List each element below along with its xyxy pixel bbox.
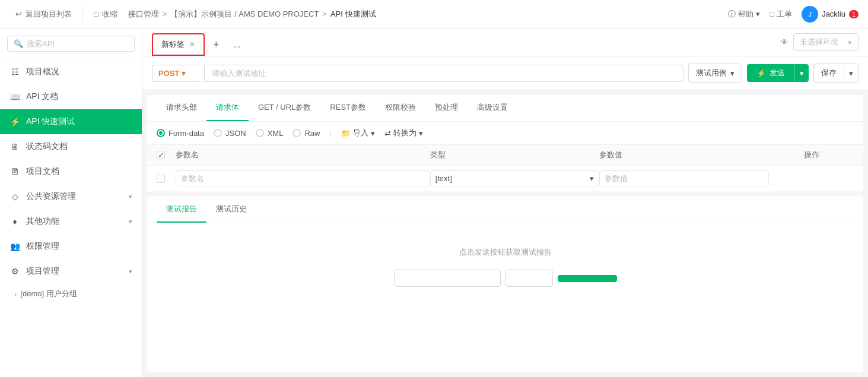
type-select[interactable]: [text] [430, 170, 600, 186]
top-divider [82, 7, 83, 21]
convert-icon: ⇄ [384, 129, 391, 138]
sidebar-item-label: 项目文档 [26, 166, 132, 177]
tab-advanced-label: 高级设置 [477, 103, 508, 112]
tab-close-icon[interactable]: ✕ [189, 40, 195, 49]
method-label: POST [158, 69, 179, 78]
radio-xml[interactable]: XML [256, 129, 284, 138]
send-dropdown-button[interactable] [794, 64, 809, 82]
top-right-actions: ⓘ 帮助 □ 工单 J Jackliu 1 [728, 6, 859, 23]
workorder-icon: □ [770, 9, 774, 18]
radio-dot-xml [256, 129, 264, 137]
tab-more-button[interactable]: ··· [228, 37, 247, 56]
tab-item-new[interactable]: 新标签 ✕ [152, 33, 205, 56]
collapse-button[interactable]: □ 收缩 [88, 5, 123, 23]
convert-chevron-icon [419, 129, 423, 138]
test-case-button[interactable]: 测试用例 [688, 64, 742, 83]
help-button[interactable]: ⓘ 帮助 [728, 9, 760, 20]
tab-auth[interactable]: 权限校验 [376, 95, 425, 121]
import-button[interactable]: 📁 导入 [341, 128, 375, 138]
env-select[interactable]: 未选择环境 [793, 33, 859, 51]
team-icon: 👥 [9, 241, 20, 252]
sidebar-item-permission[interactable]: 👥 权限管理 [0, 234, 142, 259]
sidebar-item-status-docs[interactable]: 🗎 状态码文档 [0, 134, 142, 159]
radio-label-json: JSON [225, 129, 246, 138]
report-input-2[interactable] [505, 270, 553, 287]
sidebar-item-project-docs[interactable]: 🖹 项目文档 [0, 159, 142, 184]
tab-rest-label: REST参数 [330, 103, 366, 112]
send-icon: ⚡ [756, 69, 766, 78]
eye-icon[interactable]: 👁 [780, 37, 788, 47]
send-button[interactable]: ⚡ 发送 [747, 64, 794, 82]
tab-preprocessor[interactable]: 预处理 [425, 95, 468, 121]
sidebar-item-public-resources[interactable]: ◇ 公共资源管理 [0, 184, 142, 209]
sidebar-item-project-mgmt[interactable]: ⚙ 项目管理 [0, 259, 142, 284]
convert-button[interactable]: ⇄ 转换为 [384, 128, 423, 138]
row-checkbox[interactable] [157, 175, 165, 183]
help-label: 帮助 [738, 9, 753, 20]
save-dropdown-icon [849, 69, 853, 78]
td-param-type: [text] [430, 170, 600, 186]
sidebar-item-api-docs[interactable]: 📖 API 文档 [0, 84, 142, 109]
sidebar-item-label: API 快速测试 [26, 116, 132, 127]
url-input[interactable] [204, 65, 683, 82]
param-value-input[interactable] [599, 170, 769, 186]
tab-url-params[interactable]: GET / URL参数 [249, 95, 320, 121]
send-label: 发送 [770, 68, 785, 78]
save-dropdown-button[interactable] [844, 64, 859, 83]
tab-test-report[interactable]: 测试报告 [157, 197, 206, 223]
th-check: ✓ [157, 151, 176, 159]
env-selector-area: 👁 未选择环境 [780, 33, 859, 51]
tab-rest-params[interactable]: REST参数 [320, 95, 376, 121]
notification-badge: 1 [849, 10, 859, 18]
env-select-label: 未选择环境 [800, 37, 838, 47]
search-input[interactable] [27, 39, 128, 48]
method-select[interactable]: POST [152, 65, 199, 82]
body-divider: | [329, 129, 331, 138]
tab-preprocessor-label: 预处理 [435, 103, 458, 112]
type-chevron-icon [590, 174, 594, 183]
sidebar-item-label: 项目概况 [26, 66, 132, 77]
sidebar-item-label: 其他功能 [26, 216, 123, 227]
td-param-name [176, 170, 430, 186]
back-button[interactable]: ↩ 返回项目列表 [9, 5, 78, 23]
tab-test-history[interactable]: 测试历史 [206, 197, 256, 223]
tab-body-label: 请求体 [216, 103, 239, 112]
type-select-value: [text] [435, 174, 452, 183]
expand-icon [129, 193, 132, 201]
report-send-button[interactable] [558, 275, 617, 282]
main-area: 🔍 ☷ 项目概况 📖 API 文档 ⚡ API 快速测试 🗎 [0, 28, 868, 377]
sidebar-search-area: 🔍 [0, 28, 142, 59]
tab-add-button[interactable]: + [207, 34, 225, 56]
group-item[interactable]: › [demo] 用户分组 [0, 284, 142, 304]
import-label: 导入 [353, 128, 368, 138]
group-item-label: [demo] 用户分组 [20, 289, 77, 299]
tab-request-body[interactable]: 请求体 [206, 95, 249, 121]
sidebar-item-api-test[interactable]: ⚡ API 快速测试 [0, 109, 142, 134]
tab-request-headers[interactable]: 请求头部 [157, 95, 206, 121]
radio-form-data[interactable]: Form-data [157, 129, 204, 138]
radio-raw[interactable]: Raw [292, 129, 320, 138]
back-icon: ↩ [15, 9, 22, 18]
td-param-value [599, 170, 769, 186]
breadcrumb-item1: 接口管理 [128, 9, 159, 20]
file-text-icon: 🖹 [9, 166, 20, 177]
save-button[interactable]: 保存 [813, 64, 844, 83]
radio-json[interactable]: JSON [214, 129, 246, 138]
report-input-1[interactable] [394, 270, 501, 287]
workorder-button[interactable]: □ 工单 [770, 9, 792, 20]
header-checkbox[interactable]: ✓ [157, 151, 165, 159]
content-area: 新标签 ✕ + ··· 👁 未选择环境 POST [142, 28, 868, 377]
params-section: 请求头部 请求体 GET / URL参数 REST参数 权限校验 [147, 95, 863, 192]
param-name-input[interactable] [176, 170, 430, 186]
sidebar-nav: ☷ 项目概况 📖 API 文档 ⚡ API 快速测试 🗎 状态码文档 🖹 [0, 59, 142, 377]
table-header: ✓ 参数名 类型 参数值 操作 [147, 145, 863, 166]
th-param-type: 类型 [430, 150, 600, 160]
report-empty: 点击发送按钮获取测试报告 [147, 223, 863, 311]
user-menu[interactable]: J Jackliu 1 [802, 6, 859, 23]
radio-dot-json [214, 129, 222, 137]
sidebar-item-overview[interactable]: ☷ 项目概况 [0, 59, 142, 84]
sidebar-item-other-features[interactable]: ♦ 其他功能 [0, 209, 142, 234]
tab-advanced[interactable]: 高级设置 [468, 95, 517, 121]
sidebar: 🔍 ☷ 项目概况 📖 API 文档 ⚡ API 快速测试 🗎 [0, 28, 142, 377]
send-dropdown-icon [800, 69, 804, 78]
